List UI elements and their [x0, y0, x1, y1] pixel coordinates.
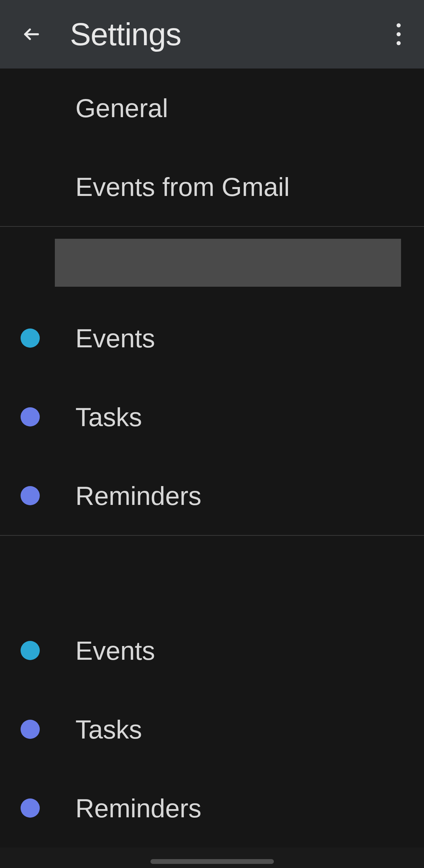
- calendar-item-events[interactable]: Events: [0, 611, 424, 690]
- page-title: Settings: [70, 16, 181, 52]
- calendar-color-dot: [21, 407, 40, 426]
- calendar-color-dot: [21, 486, 40, 505]
- settings-item-general[interactable]: General: [0, 69, 424, 147]
- account-header[interactable]: [0, 536, 424, 611]
- navigation-bar-indicator: [150, 859, 274, 864]
- calendar-item-label: Tasks: [75, 715, 142, 744]
- app-bar: Settings: [0, 0, 424, 69]
- account-header[interactable]: [0, 227, 424, 299]
- calendar-item-events[interactable]: Events: [0, 299, 424, 377]
- calendar-color-dot: [21, 720, 40, 739]
- settings-item-label: General: [75, 93, 168, 123]
- settings-item-label: Events from Gmail: [75, 172, 290, 202]
- calendar-item-label: Reminders: [75, 481, 201, 511]
- calendar-color-dot: [21, 328, 40, 348]
- settings-item-events-from-gmail[interactable]: Events from Gmail: [0, 147, 424, 226]
- calendar-item-label: Events: [75, 323, 155, 353]
- settings-list: General Events from Gmail Events Tasks R…: [0, 69, 424, 847]
- back-arrow-icon[interactable]: [21, 23, 43, 45]
- calendar-item-tasks[interactable]: Tasks: [0, 690, 424, 769]
- calendar-item-label: Reminders: [75, 793, 201, 823]
- calendar-item-label: Events: [75, 636, 155, 666]
- calendar-color-dot: [21, 798, 40, 818]
- more-options-icon[interactable]: [390, 21, 407, 48]
- calendar-item-tasks[interactable]: Tasks: [0, 377, 424, 456]
- account-label-redacted: [55, 239, 401, 287]
- calendar-item-reminders[interactable]: Reminders: [0, 769, 424, 847]
- calendar-item-label: Tasks: [75, 402, 142, 432]
- calendar-color-dot: [21, 641, 40, 660]
- calendar-item-reminders[interactable]: Reminders: [0, 456, 424, 535]
